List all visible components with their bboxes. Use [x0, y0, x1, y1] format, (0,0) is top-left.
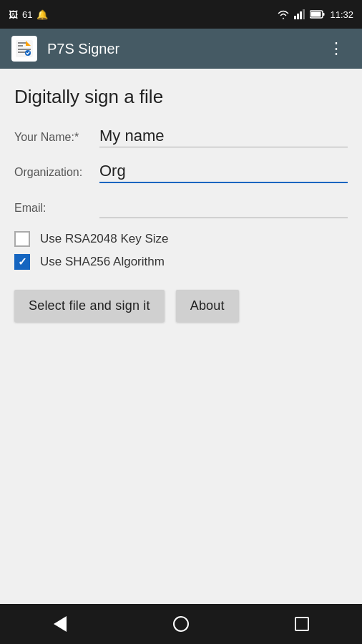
home-icon — [173, 616, 189, 632]
rsa2048-checkbox[interactable] — [14, 231, 30, 247]
back-icon — [54, 616, 67, 632]
status-bar: 🖼 61 🔔 11:32 — [0, 0, 362, 29]
select-sign-button[interactable]: Select file and sign it — [14, 290, 165, 322]
svg-rect-5 — [323, 13, 325, 16]
home-nav-button[interactable] — [160, 610, 202, 638]
app-logo-icon — [11, 36, 37, 62]
recents-nav-button[interactable] — [280, 610, 323, 638]
image-status-icon: 🖼 — [9, 9, 18, 20]
buttons-row: Select file and sign it About — [14, 290, 348, 322]
wifi-icon — [277, 9, 290, 19]
rsa2048-label: Use RSA2048 Key Size — [40, 232, 169, 246]
svg-rect-11 — [18, 45, 23, 47]
battery-icon — [310, 10, 326, 19]
org-input[interactable] — [99, 160, 348, 182]
more-vertical-icon[interactable]: ⋮ — [323, 34, 351, 64]
name-label: Your Name:* — [14, 131, 97, 144]
name-input-container — [99, 125, 348, 147]
signal-icon — [294, 9, 305, 19]
name-field-row: Your Name:* — [14, 125, 348, 147]
svg-rect-10 — [18, 42, 26, 44]
org-label: Organization: — [14, 166, 97, 179]
rsa2048-checkbox-row: Use RSA2048 Key Size — [14, 231, 348, 247]
email-input[interactable] — [99, 196, 348, 218]
email-label: Email: — [14, 202, 97, 215]
svg-rect-3 — [303, 9, 305, 19]
svg-rect-6 — [311, 12, 321, 17]
sha256-label: Use SHA256 Algorithm — [40, 255, 165, 269]
app-bar: P7S Signer ⋮ — [0, 29, 362, 69]
status-bar-left: 🖼 61 🔔 — [9, 9, 48, 20]
org-input-container — [99, 160, 348, 183]
name-input[interactable] — [99, 125, 348, 147]
sha256-checkbox[interactable] — [14, 254, 30, 270]
svg-rect-1 — [297, 14, 299, 19]
recents-icon — [295, 617, 309, 631]
bottom-nav — [0, 604, 362, 644]
back-nav-button[interactable] — [39, 610, 82, 638]
sha256-checkbox-row: Use SHA256 Algorithm — [14, 254, 348, 270]
org-field-row: Organization: — [14, 160, 348, 183]
email-field-row: Email: — [14, 196, 348, 218]
svg-rect-0 — [294, 16, 296, 19]
email-input-container — [99, 196, 348, 218]
svg-rect-8 — [18, 49, 31, 50]
main-content: Digitally sign a file Your Name:* Organi… — [0, 69, 362, 604]
battery-level-text: 61 — [22, 9, 32, 20]
page-title: Digitally sign a file — [14, 86, 348, 108]
about-button[interactable]: About — [176, 290, 239, 322]
time-text: 11:32 — [330, 9, 353, 20]
status-bar-right: 11:32 — [277, 9, 353, 20]
app-title: P7S Signer — [47, 41, 323, 57]
svg-rect-2 — [300, 11, 302, 19]
notification-icon: 🔔 — [36, 9, 48, 20]
